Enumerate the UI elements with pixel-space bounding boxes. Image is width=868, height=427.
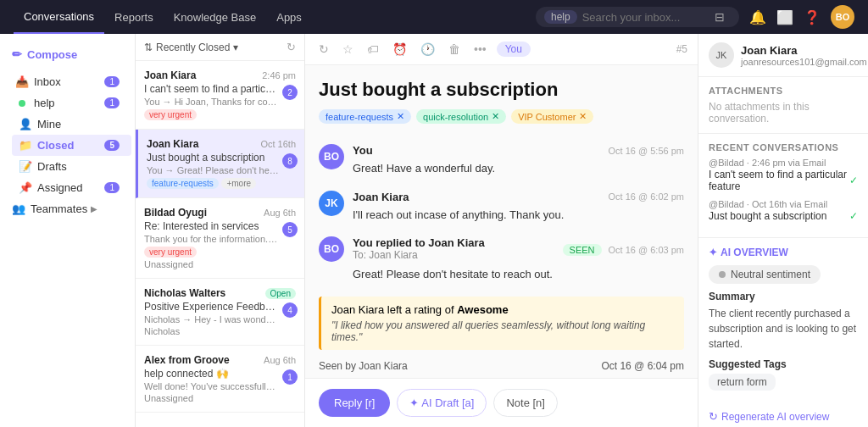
assigned-icon: 📌 xyxy=(19,181,32,194)
sidebar-item-help[interactable]: help 1 xyxy=(12,92,131,114)
sidebar-item-drafts[interactable]: 📝 Drafts xyxy=(12,156,131,177)
sentiment-pill: Neutral sentiment xyxy=(709,265,821,284)
you-badge[interactable]: You xyxy=(497,42,531,57)
nav-conversations[interactable]: Conversations xyxy=(14,0,104,34)
conv-list-header: ⇅ Recently Closed ▾ ↻ xyxy=(136,34,304,61)
no-attachments: No attachments in this conversation. xyxy=(709,101,858,125)
recent-conv-item[interactable]: @Bildad · 2:46 pm via Email I can't seem… xyxy=(709,158,858,192)
message-row-reply: BO You replied to Joan Kiara To: Joan Ki… xyxy=(319,230,684,290)
sidebar-item-closed[interactable]: 📁 Closed 5 xyxy=(12,135,131,156)
recent-conv-source: @Bildad · Oct 16th via Email xyxy=(709,199,858,209)
online-dot xyxy=(19,100,25,107)
conv-assignee: Nicholas xyxy=(144,326,296,336)
tag-icon[interactable]: 🏷 xyxy=(364,41,382,58)
conv-preview: You → Great! Please don't hesitate t... xyxy=(147,165,282,175)
regenerate-button[interactable]: ↻ Regenerate AI overview xyxy=(709,407,829,426)
recent-conv-item[interactable]: @Bildad · Oct 16th via Email Just bought… xyxy=(709,199,858,222)
conversation-list: ⇅ Recently Closed ▾ ↻ Joan Kiara 2:46 pm… xyxy=(136,34,305,427)
attachments-section: ATTACHMENTS No attachments in this conve… xyxy=(698,77,868,134)
conv-preview: Thank you for the information. On T... xyxy=(144,234,280,244)
conv-sender-name: Joan Kiara xyxy=(147,138,198,150)
nav-knowledge[interactable]: Knowledge Base xyxy=(164,0,267,34)
msg-text: I'll reach out incase of anything. Thank… xyxy=(353,207,684,224)
inbox-icon: 📥 xyxy=(15,75,29,88)
conv-time: Oct 16th xyxy=(260,139,296,149)
sidebar-item-assigned[interactable]: 📌 Assigned 1 xyxy=(12,177,131,198)
conv-item[interactable]: Joan Kiara 2:46 pm I can't seem to find … xyxy=(136,61,304,130)
msg-time: Oct 16 @ 5:56 pm xyxy=(609,146,684,156)
search-input[interactable] xyxy=(582,11,709,24)
sidebar-item-mine[interactable]: 👤 Mine xyxy=(12,114,131,135)
conv-tags: feature-requests ✕ quick-resolution ✕ VI… xyxy=(319,109,684,124)
conv-badge: 2 xyxy=(282,85,298,100)
conv-sender-name: Alex from Groove xyxy=(144,354,230,366)
rating-block: Joan Kiara left a rating of Awesome "I l… xyxy=(319,297,684,350)
star-icon[interactable]: ☆ xyxy=(339,41,357,58)
conv-subject: Re: Interested in services xyxy=(144,220,280,232)
seen-by-text: Seen by Joan Kiara xyxy=(319,360,408,372)
teammates-label: Teammates xyxy=(31,202,87,215)
refresh-icon[interactable]: ↻ xyxy=(315,41,332,58)
snooze-icon[interactable]: ⏰ xyxy=(389,41,410,58)
more-icon[interactable]: ••• xyxy=(470,41,490,58)
refresh-icon: ↻ xyxy=(709,410,718,423)
top-nav: Conversations Reports Knowledge Base App… xyxy=(0,0,868,34)
help-label: help xyxy=(34,97,55,109)
ai-draft-button[interactable]: ✦ AI Draft [a] xyxy=(397,389,487,417)
compose-button[interactable]: ✏ Compose xyxy=(0,41,135,68)
conv-items: Joan Kiara 2:46 pm I can't seem to find … xyxy=(136,61,304,427)
help-icon[interactable]: ❓ xyxy=(804,9,821,25)
closed-badge: 5 xyxy=(104,140,120,151)
nav-apps[interactable]: Apps xyxy=(266,0,312,34)
suggested-tags-title: Suggested Tags xyxy=(709,358,858,370)
tag-close-icon[interactable]: ✕ xyxy=(492,111,499,122)
tag-close-icon[interactable]: ✕ xyxy=(579,111,587,122)
clock-icon[interactable]: 🕐 xyxy=(417,41,438,58)
screen-icon[interactable]: ⬜ xyxy=(776,9,793,25)
seen-by-msg: Seen by Joan Kiara Oct 16 @ 6:04 pm xyxy=(319,357,684,375)
user-avatar[interactable]: BO xyxy=(831,5,854,29)
note-button[interactable]: Note [n] xyxy=(493,389,558,417)
contact-email: joanresources101@gmail.com xyxy=(741,57,867,67)
conv-assignee: Unassigned xyxy=(144,393,296,403)
right-sidebar: JK Joan Kiara joanresources101@gmail.com… xyxy=(698,34,868,427)
conv-item-active[interactable]: Joan Kiara Oct 16th Just bought a subscr… xyxy=(136,130,304,198)
tag-feature-requests[interactable]: feature-requests ✕ xyxy=(319,109,411,124)
filter-icon[interactable]: ⊟ xyxy=(715,10,725,24)
summary-title: Summary xyxy=(709,291,858,302)
msg-avatar-reply: BO xyxy=(319,236,344,262)
conv-time: Aug 6th xyxy=(264,208,296,218)
sentiment-dot xyxy=(719,271,726,278)
msg-avatar-joan: JK xyxy=(319,191,344,216)
closed-label: Closed xyxy=(37,139,74,152)
trash-icon[interactable]: 🗑 xyxy=(445,41,464,58)
conv-sender-name: Bildad Oyugi xyxy=(144,207,207,219)
conv-item[interactable]: Bildad Oyugi Aug 6th Re: Interested in s… xyxy=(136,198,304,279)
summary-text: The client recently purchased a subscrip… xyxy=(709,306,858,352)
contact-header: JK Joan Kiara joanresources101@gmail.com… xyxy=(698,34,868,77)
notification-icon[interactable]: 🔔 xyxy=(749,9,766,25)
conv-item[interactable]: Nicholas Walters Open Positive Experienc… xyxy=(136,279,304,346)
refresh-list-icon[interactable]: ↻ xyxy=(287,41,296,53)
message-content: You Oct 16 @ 5:56 pm Great! Have a wonde… xyxy=(353,144,684,177)
reply-button[interactable]: Reply [r] xyxy=(319,389,390,417)
tag-quick-resolution[interactable]: quick-resolution ✕ xyxy=(416,109,506,124)
msg-text: Great! Have a wonderful day. xyxy=(353,160,684,177)
recent-conv-link: I can't seem to find a particular featur… xyxy=(709,169,858,192)
conv-time: Aug 6th xyxy=(264,355,296,365)
recent-conv-link: Just bought a subscription ✓ xyxy=(709,210,858,222)
sidebar-item-teammates[interactable]: 👥 Teammates ▶ xyxy=(0,198,135,219)
suggested-tag[interactable]: return form xyxy=(709,374,776,391)
msg-sender: You xyxy=(353,144,373,157)
tag-very-urgent: very urgent xyxy=(144,247,197,258)
conv-list-title[interactable]: ⇅ Recently Closed ▾ xyxy=(144,42,238,53)
conv-item[interactable]: Alex from Groove Aug 6th help connected … xyxy=(136,346,304,413)
recent-conv-source: @Bildad · 2:46 pm via Email xyxy=(709,158,858,168)
sidebar-item-inbox[interactable]: 📥 Inbox 1 xyxy=(3,71,131,92)
tag-close-icon[interactable]: ✕ xyxy=(397,111,404,122)
contact-avatar: JK xyxy=(709,42,734,68)
nav-reports[interactable]: Reports xyxy=(104,0,164,34)
ai-title: ✦ AI OVERVIEW xyxy=(709,247,858,258)
tag-vip[interactable]: VIP Customer ✕ xyxy=(511,109,593,124)
conv-badge: 5 xyxy=(282,222,298,237)
